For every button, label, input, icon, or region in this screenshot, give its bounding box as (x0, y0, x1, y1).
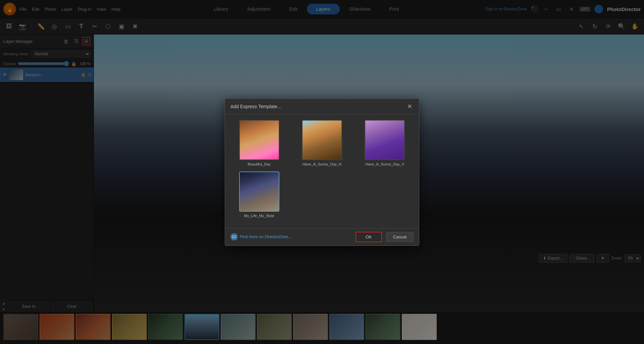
template-name-4: My_Life_My_Style (244, 214, 274, 218)
template-image-1 (240, 121, 279, 159)
template-grid: Beautiful_Day Have_A_Sunny_Day_H Have_A_… (230, 120, 414, 218)
modal-header: Add Express Template... ✕ (225, 99, 419, 115)
modal-footer: DZ Find more on DirectorZone... OK Cance… (225, 228, 419, 246)
template-item-1[interactable]: Beautiful_Day (230, 120, 288, 166)
template-name-2: Have_A_Sunny_Day_H (303, 162, 341, 166)
template-thumb-4 (239, 171, 279, 212)
template-image-4 (240, 172, 279, 211)
directorzone-icon: DZ (230, 233, 238, 240)
directorzone-text: Find more on DirectorZone... (240, 234, 291, 239)
modal-body: Beautiful_Day Have_A_Sunny_Day_H Have_A_… (225, 115, 419, 228)
modal-overlay: Add Express Template... ✕ Beautiful_Day … (0, 0, 644, 344)
template-item-4[interactable]: My_Life_My_Style (230, 171, 288, 218)
directorzone-link[interactable]: DZ Find more on DirectorZone... (230, 233, 352, 240)
modal-cancel-button[interactable]: Cancel (386, 232, 414, 242)
template-thumb-3 (365, 120, 405, 160)
modal-title: Add Express Template... (230, 104, 406, 109)
template-name-3: Have_A_Sunny_Day_V (366, 162, 405, 166)
template-image-2 (303, 121, 341, 159)
template-thumb-2 (302, 120, 342, 160)
template-thumb-1 (239, 120, 279, 160)
modal-dialog: Add Express Template... ✕ Beautiful_Day … (225, 98, 419, 246)
template-item-2[interactable]: Have_A_Sunny_Day_H (293, 120, 351, 166)
template-image-3 (365, 121, 404, 159)
template-name-1: Beautiful_Day (248, 162, 271, 166)
template-item-3[interactable]: Have_A_Sunny_Day_V (356, 120, 414, 166)
modal-close-button[interactable]: ✕ (406, 103, 414, 110)
modal-ok-button[interactable]: OK (356, 232, 382, 242)
